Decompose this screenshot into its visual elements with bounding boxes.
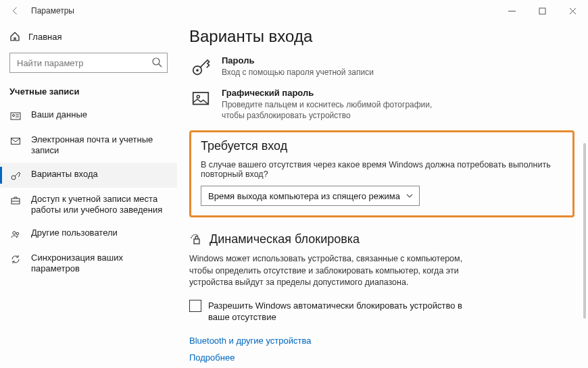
home-icon: [9, 31, 20, 42]
sidebar-item-label: Другие пользователи: [31, 228, 122, 238]
checkbox-label: Разрешить Windows автоматически блокиров…: [208, 300, 465, 323]
chevron-down-icon: [406, 192, 414, 200]
page-title: Варианты входа: [189, 27, 574, 46]
people-icon: [9, 228, 22, 240]
require-signin-desc: В случае вашего отсутствия через какое в…: [201, 160, 563, 179]
briefcase-icon: [9, 194, 22, 207]
bluetooth-link[interactable]: Bluetooth и другие устройства: [189, 336, 574, 346]
option-picture-password[interactable]: Графический пароль Проведите пальцем и к…: [189, 88, 574, 121]
person-card-icon: [9, 110, 22, 122]
sidebar-nav: Ваши данные Электронная почта и учетные …: [0, 103, 177, 281]
svg-point-10: [196, 69, 199, 72]
sidebar-item-your-info[interactable]: Ваши данные: [0, 103, 177, 128]
key-large-icon: [189, 55, 212, 78]
sidebar-item-label: Синхронизация ваших параметров: [31, 253, 168, 275]
minimize-button[interactable]: [497, 0, 527, 22]
scrollbar-thumb[interactable]: [583, 143, 586, 319]
picture-icon: [189, 88, 212, 111]
home-label: Главная: [28, 32, 62, 42]
key-icon: [9, 169, 22, 182]
dynamic-lock-heading-row: Динамическая блокировка: [189, 232, 574, 246]
dynamic-lock-icon: [189, 233, 203, 246]
svg-rect-2: [11, 113, 20, 120]
sidebar-item-label: Электронная почта и учетные записи: [31, 134, 168, 157]
dynamic-lock-heading: Динамическая блокировка: [210, 232, 360, 246]
svg-point-1: [153, 58, 160, 65]
dropdown-value: Время выхода компьютера из спящего режим…: [208, 191, 400, 201]
search-input[interactable]: [9, 53, 168, 73]
search-icon: [151, 57, 162, 68]
option-desc: Вход с помощью пароля учетной записи: [222, 67, 374, 78]
require-signin-section: Требуется вход В случае вашего отсутстви…: [189, 130, 574, 217]
sidebar-item-label: Варианты входа: [31, 169, 102, 180]
require-signin-dropdown[interactable]: Время выхода компьютера из спящего режим…: [201, 186, 420, 206]
option-password[interactable]: Пароль Вход с помощью пароля учетной зап…: [189, 55, 574, 78]
svg-rect-4: [11, 138, 20, 144]
checkbox[interactable]: [189, 300, 201, 312]
sync-icon: [9, 253, 22, 265]
sidebar-item-email-accounts[interactable]: Электронная почта и учетные записи: [0, 128, 177, 163]
dynamic-lock-checkbox-row[interactable]: Разрешить Windows автоматически блокиров…: [189, 300, 574, 323]
sidebar-item-work-school[interactable]: Доступ к учетной записи места работы или…: [0, 188, 177, 222]
back-button[interactable]: [5, 1, 24, 20]
option-title: Графический пароль: [222, 88, 451, 98]
sidebar-item-other-users[interactable]: Другие пользователи: [0, 221, 177, 246]
close-button[interactable]: [558, 0, 588, 22]
sidebar-item-sync[interactable]: Синхронизация ваших параметров: [0, 246, 177, 281]
svg-point-7: [13, 232, 16, 234]
require-signin-heading: Требуется вход: [201, 139, 563, 153]
dynamic-lock-desc: Windows может использовать устройства, с…: [189, 253, 473, 289]
sidebar: Главная Учетные записи Ваши данные: [0, 22, 177, 368]
svg-point-12: [197, 95, 199, 98]
sidebar-item-label: Ваши данные: [31, 109, 91, 120]
learn-more-link[interactable]: Подробнее: [189, 352, 574, 363]
svg-point-3: [13, 115, 15, 117]
mail-icon: [9, 135, 22, 147]
sidebar-item-label: Доступ к учетной записи места работы или…: [31, 194, 168, 216]
option-desc: Проведите пальцем и коснитесь любимой фо…: [222, 99, 451, 121]
svg-point-8: [16, 232, 19, 235]
window-title: Параметры: [31, 6, 74, 16]
maximize-button[interactable]: [527, 0, 558, 22]
option-title: Пароль: [222, 55, 374, 65]
titlebar: Параметры: [0, 0, 588, 22]
svg-rect-13: [194, 239, 199, 244]
search-box[interactable]: [9, 53, 168, 73]
main-content: Варианты входа Пароль Вход с помощью пар…: [177, 22, 588, 368]
svg-rect-0: [539, 8, 545, 14]
sidebar-item-signin-options[interactable]: Варианты входа: [0, 163, 177, 188]
home-button[interactable]: Главная: [0, 26, 177, 47]
sidebar-section-heading: Учетные записи: [0, 82, 177, 103]
